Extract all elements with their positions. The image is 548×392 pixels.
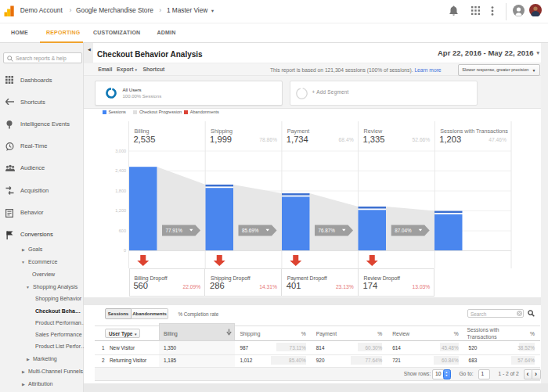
svg-text:77.91%: 77.91% bbox=[166, 228, 183, 233]
svg-text:85.69%: 85.69% bbox=[242, 228, 259, 233]
svg-text:87.04%: 87.04% bbox=[395, 228, 412, 233]
svg-text:76.87%: 76.87% bbox=[319, 228, 336, 233]
